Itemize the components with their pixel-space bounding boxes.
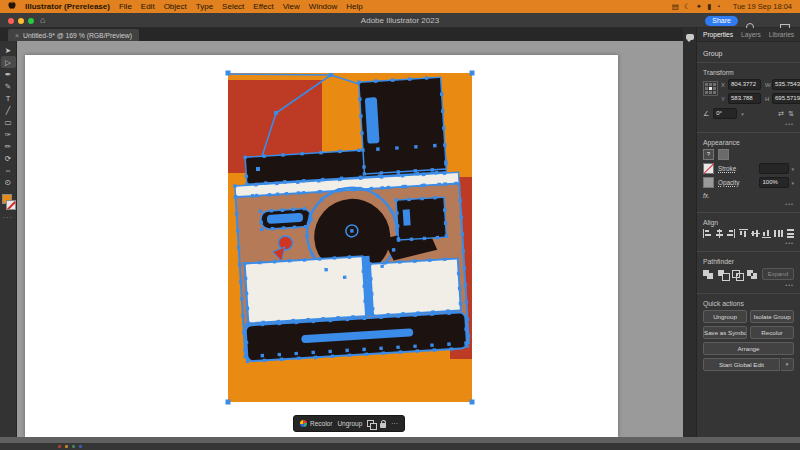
menubar-status-icon[interactable]: ▮ — [707, 2, 711, 11]
anchor-point[interactable] — [414, 145, 418, 149]
anchor-point[interactable] — [288, 259, 292, 263]
anchor-point[interactable] — [370, 187, 374, 191]
align-right-icon[interactable] — [727, 229, 735, 238]
menu-item-window[interactable]: Window — [309, 2, 337, 11]
line-tool-button[interactable]: ╱ — [1, 104, 16, 116]
anchor-point[interactable] — [445, 234, 449, 238]
anchor-point[interactable] — [423, 237, 427, 241]
anchor-point[interactable] — [311, 253, 315, 257]
anchor-point[interactable] — [380, 171, 384, 175]
anchor-point[interactable] — [333, 256, 337, 260]
anchor-point[interactable] — [422, 184, 426, 188]
anchor-point[interactable] — [297, 191, 301, 195]
anchor-point[interactable] — [430, 168, 434, 172]
anchor-point[interactable] — [459, 302, 463, 306]
tab-properties[interactable]: Properties — [703, 31, 733, 38]
pathfinder-intersect-icon[interactable] — [732, 270, 742, 279]
anchor-point[interactable] — [236, 229, 240, 233]
menu-item-object[interactable]: Object — [164, 2, 187, 11]
anchor-point[interactable] — [396, 345, 400, 349]
pathfinder-unite-icon[interactable] — [703, 270, 713, 279]
anchor-point[interactable] — [362, 165, 366, 169]
anchor-point[interactable] — [309, 214, 313, 218]
anchor-point[interactable] — [466, 317, 470, 321]
ungroup-button[interactable]: Ungroup — [703, 310, 747, 323]
anchor-point[interactable] — [314, 356, 318, 360]
menu-item-type[interactable]: Type — [196, 2, 213, 11]
anchor-point[interactable] — [401, 185, 405, 189]
anchor-point[interactable] — [338, 188, 342, 192]
anchor-point[interactable] — [458, 198, 462, 202]
anchor-point[interactable] — [440, 92, 444, 96]
align-left-icon[interactable] — [703, 229, 711, 238]
flip-horizontal-icon[interactable]: ⇄ — [778, 110, 784, 118]
anchor-point[interactable] — [305, 234, 309, 238]
angle-dropdown-icon[interactable]: ▾ — [741, 111, 744, 117]
anchor-point[interactable] — [395, 146, 399, 150]
anchor-point[interactable] — [304, 225, 308, 229]
anchor-point[interactable] — [285, 192, 289, 196]
scale-tool-button[interactable]: ⇔ — [1, 164, 16, 176]
anchor-point[interactable] — [433, 348, 437, 352]
anchor-point[interactable] — [464, 327, 468, 331]
expand-button[interactable]: Expand — [762, 268, 794, 280]
anchor-point[interactable] — [321, 178, 325, 182]
anchor-point[interactable] — [395, 228, 399, 232]
zoom-tool-button[interactable]: ⊙ — [1, 176, 16, 188]
dock-app-icon[interactable] — [58, 445, 61, 448]
opacity-link[interactable]: Opacity — [718, 179, 739, 186]
anchor-point[interactable] — [235, 212, 239, 216]
anchor-point[interactable] — [379, 315, 383, 319]
anchor-point[interactable] — [433, 144, 437, 148]
anchor-point[interactable] — [386, 186, 390, 190]
anchor-point[interactable] — [413, 313, 417, 317]
anchor-point[interactable] — [281, 153, 285, 157]
anchor-point[interactable] — [244, 324, 248, 328]
anchor-point[interactable] — [449, 347, 453, 351]
anchor-point[interactable] — [443, 208, 447, 212]
anchor-point[interactable] — [319, 151, 323, 155]
strap-path-top[interactable] — [229, 74, 331, 75]
anchor-point[interactable] — [441, 109, 445, 113]
anchor-point[interactable] — [336, 316, 340, 320]
stroke-color-swatch[interactable] — [703, 163, 714, 174]
transform-more-options[interactable]: ••• — [703, 121, 794, 127]
anchor-point[interactable] — [350, 229, 354, 233]
distribute-horizontal-icon[interactable] — [774, 229, 782, 238]
anchor-point[interactable] — [297, 357, 301, 361]
anchor-point[interactable] — [324, 268, 328, 272]
anchor-point[interactable] — [353, 188, 357, 192]
anchor-point[interactable] — [328, 350, 332, 354]
anchor-point[interactable] — [255, 194, 259, 198]
anchor-point[interactable] — [320, 198, 324, 202]
anchor-point[interactable] — [241, 314, 245, 318]
anchor-point[interactable] — [442, 126, 446, 130]
anchor-point[interactable] — [420, 197, 424, 201]
anchor-point[interactable] — [399, 350, 403, 354]
menu-item-help[interactable]: Help — [346, 2, 362, 11]
anchor-point[interactable] — [413, 344, 417, 348]
anchor-point[interactable] — [363, 299, 367, 303]
anchor-point[interactable] — [321, 317, 325, 321]
anchor-point[interactable] — [374, 79, 378, 83]
anchor-point[interactable] — [362, 284, 366, 288]
anchor-point[interactable] — [463, 266, 467, 270]
anchor-point[interactable] — [343, 275, 347, 279]
canvas[interactable]: Recolor Ungroup ··· — [17, 41, 683, 437]
group-icon[interactable] — [367, 420, 375, 428]
anchor-point[interactable] — [401, 174, 405, 178]
opacity-field[interactable]: 100% — [759, 177, 789, 188]
anchor-point[interactable] — [394, 198, 398, 202]
anchor-point[interactable] — [260, 228, 264, 232]
menu-item-view[interactable]: View — [283, 2, 300, 11]
arrange-button[interactable]: Arrange — [703, 342, 794, 355]
anchor-point[interactable] — [425, 76, 429, 80]
shaper-tool-button[interactable]: ✏ — [1, 140, 16, 152]
lock-icon[interactable] — [380, 423, 386, 428]
anchor-point[interactable] — [464, 283, 468, 287]
paintbrush-tool-button[interactable]: ✑ — [1, 128, 16, 140]
menubar-status-icon[interactable]: ▤ — [672, 2, 679, 11]
anchor-point[interactable] — [306, 318, 310, 322]
global-edit-dropdown-icon[interactable]: ▾ — [781, 358, 794, 371]
anchor-point[interactable] — [443, 257, 447, 261]
